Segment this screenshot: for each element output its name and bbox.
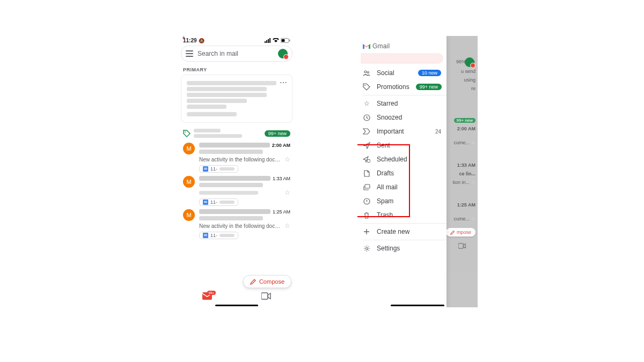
more-icon[interactable]: ⋯: [280, 78, 288, 87]
schedule-icon: [363, 156, 370, 163]
svg-point-17: [367, 159, 370, 162]
promotions-badge: 99+ new: [265, 130, 290, 137]
drawer-item-snoozed[interactable]: Snoozed: [357, 110, 447, 124]
email-thread[interactable]: M 1:25 AM New activity in the following …: [178, 207, 296, 240]
menu-icon[interactable]: [186, 50, 193, 57]
phone-right: 96%)⋯ u send using re 99+ new 2:00 AM cu…: [357, 36, 478, 307]
drawer-item-settings[interactable]: Settings: [357, 241, 447, 255]
gmail-logo: Gmail: [363, 42, 390, 50]
search-placeholder: Search in mail: [197, 50, 274, 57]
docs-icon: [203, 233, 208, 238]
svg-rect-6: [289, 40, 290, 42]
thread-time: 1:33 AM: [273, 176, 290, 181]
home-indicator: [215, 305, 258, 306]
thread-time: 2:00 AM: [272, 143, 290, 148]
docs-icon: [203, 166, 208, 172]
svg-rect-11: [261, 293, 268, 299]
attachment-chip[interactable]: 11-: [199, 165, 238, 173]
mail-badge: 99+: [207, 291, 216, 295]
important-icon: [363, 128, 370, 135]
drawer-selected-row[interactable]: [361, 53, 443, 64]
svg-rect-12: [458, 243, 463, 248]
tag-icon: [183, 130, 191, 137]
status-bar: 11:29 🔕: [178, 36, 296, 45]
drawer-item-starred[interactable]: ☆ Starred: [357, 97, 447, 110]
gear-icon: [363, 245, 370, 252]
primary-label: PRIMARY: [178, 64, 296, 75]
email-thread[interactable]: M 1:33 AM ☆ 11-: [178, 174, 296, 207]
important-count: 24: [435, 129, 441, 135]
svg-point-20: [365, 247, 368, 249]
drawer-item-important[interactable]: Important 24: [357, 124, 447, 138]
meet-tab-bg[interactable]: [458, 243, 466, 249]
plus-icon: [363, 228, 370, 235]
nav-drawer: Gmail Social 10 new Promotions 99+ new ☆…: [357, 36, 447, 307]
clock-icon: [363, 114, 370, 121]
docs-icon: [203, 200, 208, 205]
battery-icon: [281, 38, 290, 43]
sender-avatar: M: [183, 209, 195, 221]
svg-rect-3: [269, 38, 270, 43]
trash-icon: [363, 212, 370, 219]
sender-avatar: M: [183, 143, 195, 154]
social-badge: 10 new: [418, 70, 441, 76]
thread-time: 1:25 AM: [273, 209, 290, 215]
mail-tab[interactable]: 99+: [202, 292, 212, 300]
drawer-item-allmail[interactable]: All mail: [357, 180, 447, 194]
thread-snippet: New activity in the following docume...: [199, 157, 282, 162]
annotation-arrow: ↓: [181, 36, 186, 41]
attachment-chip[interactable]: 11-: [199, 198, 238, 206]
drawer-item-promotions[interactable]: Promotions 99+ new: [357, 80, 447, 94]
account-avatar[interactable]: [278, 49, 288, 58]
divider: [363, 240, 447, 240]
people-icon: [363, 69, 370, 77]
svg-rect-18: [365, 184, 370, 188]
star-icon[interactable]: ☆: [284, 222, 290, 230]
sender-avatar: M: [183, 176, 195, 188]
stack-icon: [363, 184, 370, 191]
drawer-header: Gmail: [357, 36, 447, 53]
silent-icon: 🔕: [199, 38, 204, 43]
tag-icon: [363, 83, 370, 91]
bottom-nav: 99+: [178, 290, 296, 302]
svg-point-14: [368, 72, 369, 73]
drawer-item-create[interactable]: Create new: [357, 225, 447, 239]
home-indicator: [391, 305, 444, 306]
divider: [363, 223, 447, 224]
drawer-item-sent[interactable]: Sent: [357, 138, 447, 152]
search-bar[interactable]: ↓ Search in mail: [181, 46, 292, 62]
star-icon: ☆: [363, 100, 370, 107]
compose-button-bg[interactable]: mpose: [447, 228, 475, 237]
wifi-icon: [273, 38, 279, 43]
drawer-item-social[interactable]: Social 10 new: [357, 66, 447, 80]
file-icon: [363, 170, 370, 177]
divider: [363, 95, 447, 95]
drawer-item-trash[interactable]: Trash: [357, 208, 447, 222]
svg-point-9: [185, 131, 186, 132]
star-icon[interactable]: ☆: [284, 156, 290, 163]
svg-point-15: [364, 85, 365, 86]
drawer-item-drafts[interactable]: Drafts: [357, 166, 447, 180]
send-icon: [363, 142, 370, 149]
promotions-badge: 99+ new: [416, 84, 442, 90]
cellular-icon: [265, 38, 271, 43]
svg-rect-1: [266, 40, 267, 43]
svg-rect-2: [268, 39, 269, 43]
drawer-item-scheduled[interactable]: Scheduled: [357, 152, 447, 166]
storage-card[interactable]: ⋯: [181, 75, 292, 123]
svg-rect-5: [282, 39, 285, 42]
drawer-item-spam[interactable]: Spam: [357, 194, 447, 208]
pencil-icon: [250, 278, 257, 285]
star-icon[interactable]: ☆: [284, 189, 290, 196]
email-thread[interactable]: M 2:00 AM New activity in the following …: [178, 141, 296, 174]
backdrop-content: 96%)⋯ u send using re 99+ new 2:00 AM cu…: [447, 36, 478, 307]
spam-icon: [363, 198, 370, 205]
attachment-chip[interactable]: 11-: [199, 232, 238, 239]
promotions-row[interactable]: 99+ new: [178, 125, 296, 141]
svg-point-13: [364, 71, 367, 73]
account-avatar[interactable]: [465, 57, 474, 67]
meet-tab[interactable]: [261, 292, 271, 300]
phone-left: 11:29 🔕 ↓ Search in mail PRIMARY ⋯ 99+ n…: [178, 36, 296, 307]
compose-button[interactable]: Compose: [243, 275, 291, 288]
svg-rect-0: [265, 41, 266, 43]
